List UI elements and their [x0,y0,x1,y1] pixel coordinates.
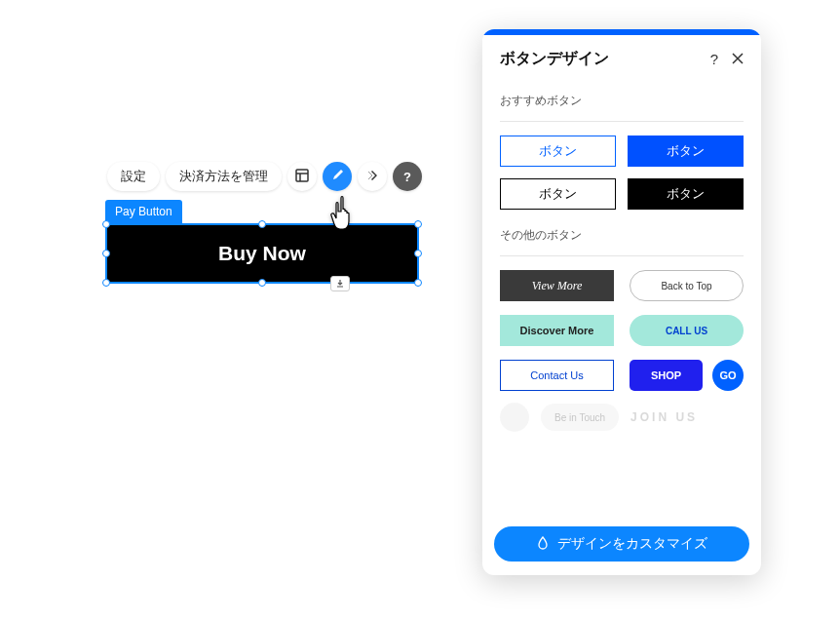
close-button[interactable] [732,51,744,67]
panel-header: ボタンデザイン ? [482,35,761,81]
preset-circle[interactable] [500,403,529,432]
help-icon: ? [403,170,411,184]
layout-icon-button[interactable] [287,162,317,191]
resize-handle-bl[interactable] [102,279,110,287]
preset-button-solid-blue[interactable]: ボタン [628,136,744,167]
resize-handle-mr[interactable] [414,250,422,257]
preset-call-us[interactable]: CALL US [630,315,744,346]
download-handle-icon[interactable] [330,276,350,291]
resize-handle-tl[interactable] [102,220,110,228]
resize-handle-br[interactable] [414,279,422,287]
customize-label: デザインをカスタマイズ [557,535,707,553]
preset-button-outline-blue[interactable]: ボタン [500,136,616,167]
droplet-icon [536,536,550,553]
svg-rect-0 [296,170,308,181]
paintbrush-icon [330,169,344,185]
design-icon-button[interactable] [323,162,352,191]
selected-element: Pay Button Buy Now [105,200,419,284]
preset-back-to-top[interactable]: Back to Top [630,270,744,301]
manage-payment-button[interactable]: 決済方法を管理 [166,162,282,191]
help-icon: ? [710,51,718,67]
resize-handle-tr[interactable] [414,220,422,228]
recommended-button-grid: ボタン ボタン ボタン ボタン [500,136,744,210]
resize-handle-tm[interactable] [258,220,266,228]
preset-be-in-touch[interactable]: Be in Touch [541,404,619,431]
preset-go[interactable]: GO [712,360,744,391]
divider [500,255,744,256]
element-toolbar: 設定 決済方法を管理 ? [107,162,422,191]
layout-icon [295,169,309,185]
help-button[interactable]: ? [710,51,718,67]
help-icon-button[interactable]: ? [393,162,422,191]
resize-handle-bm[interactable] [258,279,266,287]
selection-bounds[interactable]: Buy Now [105,223,419,284]
preset-button-solid-black[interactable]: ボタン [628,178,744,210]
pay-button[interactable]: Buy Now [107,225,417,282]
preset-button-outline-black[interactable]: ボタン [500,178,616,210]
recommended-section-label: おすすめボタン [500,93,744,109]
button-design-panel: ボタンデザイン ? おすすめボタン ボタン ボタン ボタン ボタン その他のボタ… [482,29,761,575]
preset-contact-us[interactable]: Contact Us [500,360,614,391]
panel-footer: デザインをカスタマイズ [482,517,761,575]
other-button-grid: View More Back to Top Discover More CALL… [500,270,744,391]
preset-join-us[interactable]: JOIN US [630,410,698,424]
resize-handle-ml[interactable] [102,250,110,257]
preset-discover-more[interactable]: Discover More [500,315,614,346]
animation-icon-button[interactable] [358,162,387,191]
panel-title: ボタンデザイン [500,49,609,69]
customize-design-button[interactable]: デザインをカスタマイズ [494,526,749,562]
preset-view-more[interactable]: View More [500,270,614,301]
other-section-label: その他のボタン [500,227,744,244]
element-type-tag: Pay Button [105,200,182,223]
other-button-row-faded: Be in Touch JOIN US [500,403,744,432]
animation-icon [364,170,380,184]
panel-body: おすすめボタン ボタン ボタン ボタン ボタン その他のボタン View Mor… [482,81,761,517]
settings-button[interactable]: 設定 [107,162,160,191]
divider [500,121,744,122]
close-icon [732,51,744,67]
preset-shop[interactable]: SHOP [630,360,703,391]
